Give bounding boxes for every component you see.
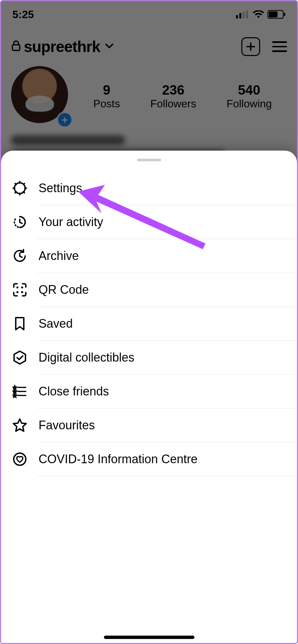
home-indicator[interactable] bbox=[104, 636, 194, 639]
menu-item-close-friends[interactable]: Close friends bbox=[1, 375, 297, 408]
svg-point-20 bbox=[21, 291, 23, 293]
divider bbox=[37, 476, 297, 476]
menu-item-label: COVID-19 Information Centre bbox=[39, 452, 197, 466]
qr-code-icon bbox=[12, 282, 27, 297]
star-icon bbox=[12, 418, 27, 433]
menu-item-label: QR Code bbox=[39, 283, 89, 297]
archive-icon bbox=[12, 249, 27, 263]
svg-point-19 bbox=[16, 291, 18, 293]
menu-item-your-activity[interactable]: Your activity bbox=[1, 205, 297, 239]
svg-line-15 bbox=[15, 192, 16, 193]
svg-marker-28 bbox=[13, 419, 26, 431]
menu-item-label: Your activity bbox=[39, 215, 103, 229]
svg-line-16 bbox=[23, 183, 25, 185]
heart-circle-icon bbox=[12, 452, 27, 467]
options-sheet: Settings Your activity Archive QR Code bbox=[1, 151, 297, 643]
menu-item-label: Favourites bbox=[39, 418, 95, 432]
menu-item-favourites[interactable]: Favourites bbox=[1, 409, 297, 442]
menu-item-digital-collectibles[interactable]: Digital collectibles bbox=[1, 341, 297, 374]
options-menu: Settings Your activity Archive QR Code bbox=[1, 171, 297, 476]
gear-icon bbox=[12, 181, 27, 196]
menu-item-covid-info[interactable]: COVID-19 Information Centre bbox=[1, 442, 297, 476]
sheet-drag-handle[interactable] bbox=[137, 159, 161, 161]
menu-item-saved[interactable]: Saved bbox=[1, 307, 297, 340]
menu-item-label: Close friends bbox=[39, 384, 109, 398]
menu-item-label: Saved bbox=[39, 317, 73, 331]
svg-line-14 bbox=[23, 192, 25, 193]
menu-item-settings[interactable]: Settings bbox=[1, 171, 297, 205]
menu-item-archive[interactable]: Archive bbox=[1, 239, 297, 273]
svg-line-13 bbox=[15, 183, 16, 185]
menu-item-label: Settings bbox=[39, 181, 82, 195]
svg-marker-27 bbox=[13, 394, 17, 397]
svg-marker-21 bbox=[14, 351, 25, 364]
bookmark-icon bbox=[12, 316, 27, 331]
menu-item-label: Digital collectibles bbox=[39, 351, 134, 365]
menu-item-qr-code[interactable]: QR Code bbox=[1, 273, 297, 307]
menu-item-label: Archive bbox=[39, 249, 79, 263]
svg-point-18 bbox=[21, 286, 23, 288]
activity-clock-icon bbox=[12, 215, 27, 229]
svg-point-17 bbox=[16, 286, 18, 288]
close-friends-icon bbox=[12, 384, 27, 399]
hexagon-check-icon bbox=[12, 350, 27, 365]
svg-point-29 bbox=[14, 453, 26, 465]
